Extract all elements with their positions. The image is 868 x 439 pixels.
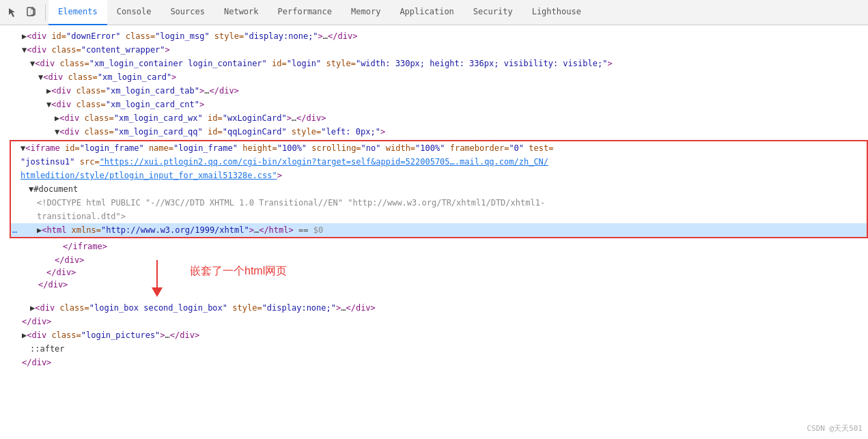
code-line-7[interactable]: ▶<div class="xm_login_card_wx" id="wxLog… bbox=[0, 111, 868, 125]
devtools-toolbar: Elements Console Sources Network Perform… bbox=[0, 0, 868, 25]
html-line[interactable]: … ▶<html xmlns="http://www.w3.org/1999/x… bbox=[11, 223, 867, 237]
code-line-3[interactable]: ▼<div class="xm_login_container login_co… bbox=[0, 57, 868, 70]
after-line-9[interactable]: </div> bbox=[0, 356, 868, 369]
after-line-1[interactable]: </iframe> bbox=[0, 240, 868, 253]
tab-lighthouse[interactable]: Lighthouse bbox=[522, 0, 591, 25]
annotation-text: 嵌套了一个html网页 bbox=[190, 264, 287, 279]
devtools-tabs: Elements Console Sources Network Perform… bbox=[48, 0, 864, 25]
after-line-3[interactable]: </div> bbox=[0, 266, 868, 279]
annotation-area: </div> </div> </div> 嵌套了一个html网页 bbox=[0, 253, 868, 301]
tab-elements[interactable]: Elements bbox=[48, 0, 107, 25]
code-line-8[interactable]: ▼<div class="xm_login_card_qq" id="qqLog… bbox=[0, 125, 868, 139]
after-line-5[interactable]: ▶<div class="login_box second_login_box"… bbox=[0, 301, 868, 315]
document-line[interactable]: ▼#document bbox=[11, 182, 867, 196]
after-line-4[interactable]: </div> bbox=[0, 278, 868, 292]
tab-memory[interactable]: Memory bbox=[341, 0, 390, 25]
device-icon[interactable] bbox=[23, 4, 40, 20]
watermark: CSDN @天天501 bbox=[807, 423, 863, 434]
dots-menu-icon: … bbox=[12, 224, 17, 236]
iframe-line-1[interactable]: ▼<iframe id="login_frame" name="login_fr… bbox=[11, 141, 867, 155]
toolbar-icons bbox=[4, 4, 46, 20]
after-line-8[interactable]: ::after bbox=[0, 342, 868, 356]
devtools-content: ▶<div id="downError" class="login_msg" s… bbox=[0, 25, 868, 439]
doctype-line-2[interactable]: transitional.dtd"> bbox=[11, 210, 867, 223]
svg-rect-1 bbox=[31, 9, 35, 15]
code-line-4[interactable]: ▼<div class="xm_login_card"> bbox=[0, 70, 868, 84]
iframe-line-3[interactable]: htmledition/style/ptlogin_input_for_xmai… bbox=[11, 169, 867, 182]
code-line-2[interactable]: ▼<div class="content_wrapper"> bbox=[0, 43, 868, 57]
after-line-7[interactable]: ▶<div class="login_pictures">…</div> bbox=[0, 328, 868, 342]
after-line-6[interactable]: </div> bbox=[0, 315, 868, 328]
code-line-1[interactable]: ▶<div id="downError" class="login_msg" s… bbox=[0, 29, 868, 43]
tab-network[interactable]: Network bbox=[214, 0, 268, 25]
tab-application[interactable]: Application bbox=[390, 0, 463, 25]
code-line-5[interactable]: ▶<div class="xm_login_card_tab">…</div> bbox=[0, 84, 868, 98]
doctype-line-1[interactable]: <!DOCTYPE html PUBLIC "-//W3C//DTD XHTML… bbox=[11, 196, 867, 210]
tab-console[interactable]: Console bbox=[107, 0, 161, 25]
code-line-6[interactable]: ▼<div class="xm_login_card_cnt"> bbox=[0, 98, 868, 111]
cursor-icon[interactable] bbox=[4, 4, 20, 20]
tab-security[interactable]: Security bbox=[464, 0, 522, 25]
after-line-2[interactable]: </div> bbox=[0, 253, 868, 267]
iframe-block: ▼<iframe id="login_frame" name="login_fr… bbox=[10, 140, 868, 238]
tab-performance[interactable]: Performance bbox=[268, 0, 341, 25]
tab-sources[interactable]: Sources bbox=[160, 0, 214, 25]
iframe-line-2[interactable]: "jostinsu1" src="https://xui.ptlogin2.qq… bbox=[11, 155, 867, 169]
